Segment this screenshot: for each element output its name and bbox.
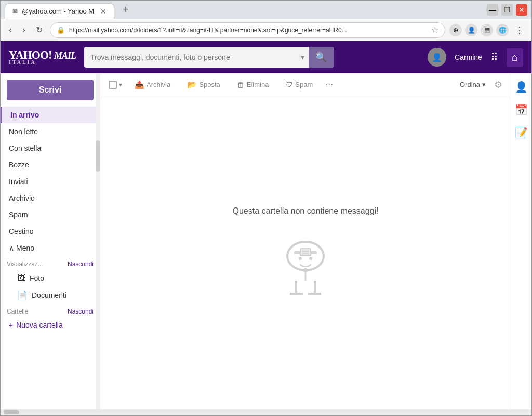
main-layout: Scrivi In arrivo Non lette Con stella Bo… — [1, 73, 531, 409]
empty-state: Questa cartella non contiene messaggi! — [100, 96, 511, 409]
mailbox-illustration — [274, 226, 337, 299]
sidebar-item-bozze[interactable]: Bozze — [1, 157, 100, 173]
visualizza-label: Visualizzaz... — [7, 261, 43, 268]
move-label: Sposta — [199, 81, 220, 88]
new-folder-button[interactable]: + Nuova cartella — [1, 317, 100, 333]
contacts-icon[interactable]: 👤 — [514, 80, 529, 94]
sidebar-item-label: Non lette — [9, 127, 38, 136]
tab-favicon: ✉ — [12, 8, 18, 15]
back-button[interactable]: ‹ — [6, 22, 15, 37]
tab-close-button[interactable]: ✕ — [100, 7, 107, 16]
horizontal-scrollbar-thumb[interactable] — [4, 410, 19, 414]
new-tab-button[interactable]: + — [118, 2, 133, 18]
yahoo-header: YAHOO! MAIL ITALIA ▾ 🔍 👤 Carmine ⠿ ⌂ — [1, 41, 531, 73]
document-icon: 📄 — [17, 290, 28, 300]
search-dropdown-arrow[interactable]: ▾ — [301, 53, 304, 61]
select-all-checkbox[interactable] — [109, 81, 117, 89]
archive-button[interactable]: 📥 Archivia — [130, 78, 175, 92]
compose-button[interactable]: Scrivi — [7, 80, 94, 100]
close-button[interactable]: ✕ — [516, 4, 527, 16]
sidebar-item-cestino[interactable]: Cestino — [1, 223, 100, 240]
less-button[interactable]: ∧ Meno — [1, 240, 100, 256]
sidebar-item-documenti[interactable]: 📄 Documenti — [1, 287, 100, 304]
calendar-icon[interactable]: 📅 — [514, 102, 529, 117]
sidebar-item-in-arrivo[interactable]: In arrivo — [1, 107, 100, 123]
nascondi-visualizza-link[interactable]: Nascondi — [68, 261, 94, 268]
home-button[interactable]: ⌂ — [507, 48, 523, 67]
tab-title: @yahoo.com - Yahoo M — [22, 7, 94, 15]
more-options-button[interactable]: ··· — [325, 79, 333, 90]
browser-window: ✉ @yahoo.com - Yahoo M ✕ + — ❐ ✕ ‹ › ↻ 🔒… — [0, 0, 532, 416]
title-bar: ✉ @yahoo.com - Yahoo M ✕ + — ❐ ✕ — [1, 1, 531, 19]
svg-point-9 — [309, 257, 312, 260]
nuova-cartella-label: Nuova cartella — [16, 321, 63, 329]
extension-icons: ⊕ 👤 ▤ 🌐 — [449, 24, 509, 36]
apps-grid-button[interactable]: ⠿ — [490, 51, 498, 63]
horizontal-scrollbar[interactable] — [1, 409, 531, 415]
url-box[interactable]: 🔒 https://mail.yahoo.com/d/folders/1?.in… — [50, 22, 445, 38]
right-panel: 👤 📅 📝 — [511, 73, 531, 409]
sidebar-scrollbar-track[interactable] — [96, 73, 100, 409]
archive-icon: 📥 — [135, 80, 144, 89]
reload-button[interactable]: ↻ — [33, 23, 46, 37]
sidebar-item-label: In arrivo — [10, 111, 39, 119]
nascondi-cartelle-link[interactable]: Nascondi — [68, 308, 94, 315]
extension-icon-globe[interactable]: 🌐 — [496, 24, 509, 36]
url-text: https://mail.yahoo.com/d/folders/1?.intl… — [69, 27, 427, 34]
sort-chevron-icon: ▾ — [482, 81, 486, 88]
svg-point-2 — [303, 268, 308, 272]
sidebar-item-label: Inviati — [9, 177, 28, 186]
sort-label: Ordina — [460, 81, 480, 88]
delete-label: Elimina — [247, 81, 269, 88]
email-toolbar: ▾ 📥 Archivia 📂 Sposta 🗑 Elimina 🛡 Spam — [100, 73, 511, 96]
search-input[interactable] — [90, 53, 297, 61]
italia-text: ITALIA — [9, 60, 76, 65]
extension-icon-3[interactable]: ▤ — [481, 24, 493, 36]
sidebar-item-spam[interactable]: Spam — [1, 206, 100, 223]
avatar[interactable]: 👤 — [428, 48, 446, 67]
forward-button[interactable]: › — [19, 22, 29, 37]
sidebar-item-inviati[interactable]: Inviati — [1, 173, 100, 190]
sidebar-item-non-lette[interactable]: Non lette — [1, 123, 100, 140]
sidebar-item-label: Bozze — [9, 161, 29, 169]
sidebar-scroll: In arrivo Non lette Con stella Bozze Inv… — [1, 107, 100, 409]
active-tab[interactable]: ✉ @yahoo.com - Yahoo M ✕ — [5, 3, 114, 19]
trash-icon: 🗑 — [237, 80, 245, 89]
svg-point-8 — [299, 257, 302, 260]
cartelle-section: Cartelle Nascondi — [1, 304, 100, 317]
sort-button[interactable]: Ordina ▾ — [460, 81, 486, 88]
search-box[interactable]: ▾ 🔍 — [84, 47, 334, 68]
sidebar-item-label: Cestino — [9, 227, 33, 236]
visualizza-section: Visualizzaz... Nascondi — [1, 256, 100, 270]
sidebar-item-con-stella[interactable]: Con stella — [1, 140, 100, 157]
empty-message: Questa cartella non contiene messaggi! — [232, 206, 378, 216]
extension-icon-1[interactable]: ⊕ — [449, 24, 462, 36]
spam-label: Spam — [295, 81, 313, 88]
maximize-button[interactable]: ❐ — [501, 4, 513, 16]
cartelle-label: Cartelle — [7, 308, 28, 315]
lock-icon: 🔒 — [57, 26, 65, 34]
address-bar: ‹ › ↻ 🔒 https://mail.yahoo.com/d/folders… — [1, 19, 531, 41]
search-button[interactable]: 🔍 — [309, 47, 334, 68]
photo-icon: 🖼 — [17, 274, 25, 283]
spam-button[interactable]: 🛡 Spam — [281, 78, 317, 91]
extension-icon-2[interactable]: 👤 — [465, 24, 477, 36]
svg-rect-10 — [300, 249, 311, 256]
notes-icon[interactable]: 📝 — [514, 125, 529, 140]
browser-menu-button[interactable]: ⋮ — [513, 22, 526, 38]
plus-icon: + — [9, 321, 13, 329]
delete-button[interactable]: 🗑 Elimina — [233, 78, 273, 91]
minimize-button[interactable]: — — [487, 4, 498, 16]
select-dropdown-arrow[interactable]: ▾ — [119, 81, 122, 88]
move-button[interactable]: 📂 Sposta — [183, 78, 224, 92]
settings-button[interactable]: ⚙ — [494, 79, 502, 90]
select-all-area[interactable]: ▾ — [109, 81, 122, 89]
bookmark-button[interactable]: ☆ — [431, 25, 438, 35]
tab-area: ✉ @yahoo.com - Yahoo M ✕ — [5, 1, 114, 19]
sidebar-item-archivio[interactable]: Archivio — [1, 190, 100, 206]
sidebar-item-foto[interactable]: 🖼 Foto — [1, 270, 100, 287]
window-controls: — ❐ ✕ — [487, 4, 527, 16]
search-icon: 🔍 — [315, 51, 327, 63]
sidebar-scrollbar-thumb[interactable] — [96, 140, 100, 172]
documenti-label: Documenti — [32, 291, 66, 300]
